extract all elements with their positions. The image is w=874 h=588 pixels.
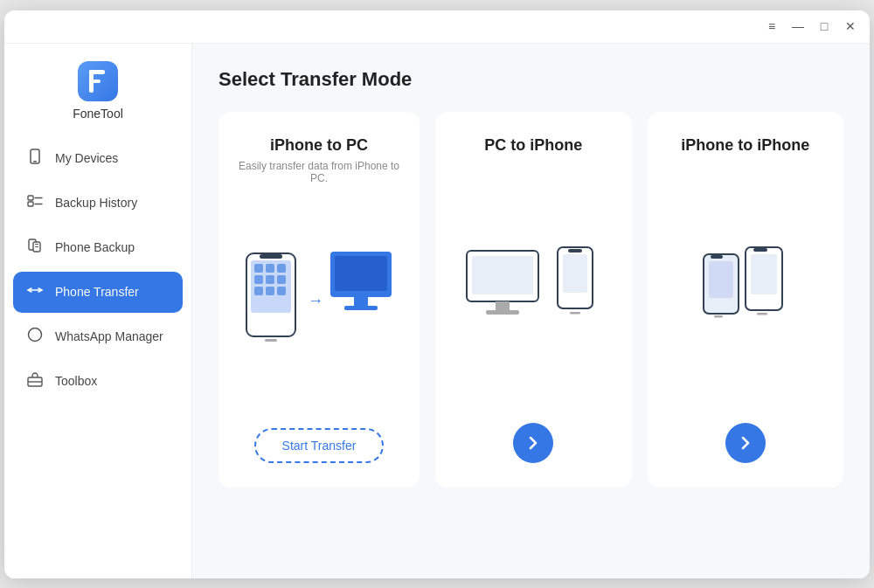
logo-area: FoneTool — [4, 52, 191, 138]
svg-rect-29 — [265, 339, 277, 342]
sidebar-item-label-my-devices: My Devices — [55, 151, 118, 165]
iphone-to-pc-card: iPhone to PC Easily transfer data from i… — [218, 112, 420, 488]
pc-to-iphone-action — [513, 423, 553, 463]
svg-rect-27 — [277, 287, 286, 295]
close-button[interactable]: ✕ — [843, 19, 857, 33]
svg-rect-26 — [266, 287, 274, 295]
maximize-button[interactable]: □ — [817, 19, 831, 33]
svg-rect-32 — [335, 256, 387, 291]
iphone-to-iphone-action — [725, 423, 766, 463]
phone-transfer-icon — [25, 281, 45, 303]
title-bar: ≡ — □ ✕ — [4, 10, 870, 44]
toolbox-icon — [25, 370, 45, 392]
start-transfer-button[interactable]: Start Transfer — [254, 428, 385, 463]
nav-menu: My Devices Backup History — [4, 138, 191, 578]
svg-rect-23 — [266, 275, 274, 284]
iphone-to-iphone-illustration — [665, 177, 827, 405]
whatsapp-manager-icon — [25, 326, 45, 348]
sidebar: FoneTool My Devices — [4, 44, 192, 578]
sidebar-item-label-backup-history: Backup History — [55, 196, 137, 210]
sidebar-item-label-phone-backup: Phone Backup — [55, 240, 135, 254]
svg-rect-6 — [28, 202, 33, 206]
minimize-button[interactable]: — — [791, 19, 805, 33]
sidebar-item-whatsapp-manager[interactable]: WhatsApp Manager — [13, 316, 183, 357]
pc-to-iphone-card: PC to iPhone — [435, 112, 632, 488]
sidebar-item-phone-backup[interactable]: Phone Backup — [13, 227, 183, 268]
svg-rect-38 — [486, 310, 519, 315]
iphone-to-pc-desc: Easily transfer data from iPhone to PC. — [236, 160, 402, 184]
phone-backup-icon — [25, 237, 45, 259]
svg-rect-19 — [254, 264, 263, 273]
svg-rect-28 — [260, 254, 282, 259]
sidebar-item-backup-history[interactable]: Backup History — [13, 183, 183, 224]
svg-rect-24 — [277, 275, 286, 284]
svg-rect-37 — [496, 301, 510, 310]
logo-text: FoneTool — [73, 107, 123, 121]
svg-rect-34 — [344, 306, 378, 310]
my-devices-icon — [25, 148, 45, 169]
iphone-to-iphone-card: iPhone to iPhone — [648, 112, 844, 488]
iphone-to-pc-title: iPhone to PC — [270, 136, 368, 155]
pc-to-iphone-arrow-button[interactable] — [513, 423, 553, 463]
menu-button[interactable]: ≡ — [765, 19, 779, 33]
iphone-to-pc-action: Start Transfer — [254, 428, 385, 463]
backup-history-icon — [25, 192, 45, 214]
svg-rect-25 — [254, 287, 263, 295]
svg-rect-21 — [277, 264, 286, 273]
content-area: Select Transfer Mode iPhone to PC Easily… — [192, 44, 870, 578]
svg-rect-1 — [89, 70, 105, 74]
svg-rect-2 — [89, 80, 101, 83]
svg-rect-33 — [354, 297, 368, 306]
svg-rect-4 — [33, 161, 37, 163]
svg-rect-49 — [753, 248, 767, 252]
svg-rect-50 — [757, 313, 767, 315]
iphone-to-pc-illustration: → — [236, 202, 402, 411]
svg-rect-42 — [570, 312, 580, 315]
sidebar-item-label-whatsapp-manager: WhatsApp Manager — [55, 329, 163, 343]
svg-rect-12 — [35, 246, 38, 247]
svg-rect-40 — [563, 254, 587, 293]
main-layout: FoneTool My Devices — [4, 44, 870, 578]
svg-rect-44 — [709, 261, 733, 298]
page-title: Select Transfer Mode — [218, 68, 843, 91]
app-window: ≡ — □ ✕ FoneTool — [4, 10, 870, 578]
svg-rect-46 — [714, 315, 723, 318]
logo-icon — [78, 61, 118, 101]
svg-rect-36 — [472, 256, 533, 294]
svg-rect-45 — [711, 255, 723, 259]
iphone-to-iphone-arrow-button[interactable] — [725, 423, 766, 463]
svg-rect-48 — [751, 254, 777, 294]
svg-rect-20 — [266, 264, 274, 273]
svg-point-14 — [29, 328, 42, 341]
svg-rect-41 — [568, 249, 582, 252]
iphone-to-iphone-title: iPhone to iPhone — [681, 136, 809, 155]
sidebar-item-label-toolbox: Toolbox — [55, 374, 97, 388]
sidebar-item-toolbox[interactable]: Toolbox — [13, 361, 183, 402]
sidebar-item-label-phone-transfer: Phone Transfer — [55, 285, 139, 299]
svg-rect-11 — [35, 244, 38, 245]
sidebar-item-my-devices[interactable]: My Devices — [13, 138, 183, 179]
pc-to-iphone-title: PC to iPhone — [484, 136, 582, 155]
pc-to-iphone-illustration — [453, 177, 614, 405]
svg-text:→: → — [308, 292, 323, 309]
sidebar-item-phone-transfer[interactable]: Phone Transfer — [13, 272, 183, 313]
svg-rect-5 — [28, 196, 33, 200]
cards-row: iPhone to PC Easily transfer data from i… — [218, 112, 843, 488]
svg-rect-22 — [254, 275, 263, 284]
